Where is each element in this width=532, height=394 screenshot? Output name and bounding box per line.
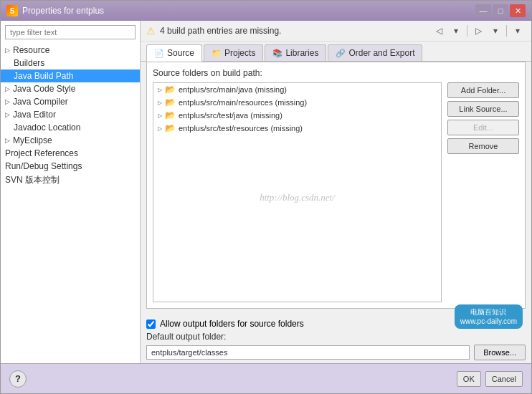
- watermark-badge: 电脑百知识 www.pc-daily.com: [455, 304, 523, 329]
- source-folders-label: Source folders on build path:: [153, 68, 519, 78]
- output-folder-label: Default output folder:: [146, 332, 226, 342]
- source-item-label: entplus/src/main/java (missing): [179, 85, 287, 94]
- filter-input[interactable]: [5, 25, 136, 39]
- sidebar-item-builders[interactable]: Builders: [1, 57, 140, 69]
- warning-bar: ⚠ 4 build path entries are missing.: [146, 25, 281, 37]
- expand-icon: ▷: [5, 137, 10, 144]
- bottom-bar: ? OK Cancel: [1, 363, 531, 393]
- sidebar-item-project-references[interactable]: Project References: [1, 147, 140, 160]
- badge-line1: 电脑百知识: [460, 307, 517, 317]
- tab-projects[interactable]: 📁 Projects: [204, 44, 263, 61]
- warning-message: 4 build path entries are missing.: [160, 26, 281, 36]
- source-tab-icon: 📄: [154, 49, 164, 58]
- watermark-text: http://blog.csdn.net/: [153, 192, 441, 203]
- tab-libraries-label: Libraries: [285, 48, 318, 58]
- nav-dropdown2-button[interactable]: ▾: [488, 24, 503, 38]
- folder-icon: 📂: [165, 85, 176, 95]
- expand-icon: ▷: [5, 111, 10, 118]
- libraries-tab-icon: 📚: [272, 49, 282, 58]
- expand-icon: ▷: [158, 125, 162, 132]
- main-content: ▷Resource Builders Java Build Path ▷Java…: [1, 21, 531, 363]
- tab-libraries[interactable]: 📚 Libraries: [265, 44, 326, 61]
- output-input-row: Browse...: [146, 345, 526, 360]
- close-button[interactable]: ✕: [510, 4, 526, 17]
- panel-content: Source folders on build path: ▷ 📂 entplu…: [146, 62, 526, 309]
- list-item[interactable]: ▷ 📂 entplus/src/main/java (missing): [153, 83, 441, 96]
- nav-separator: [467, 25, 467, 37]
- order-tab-icon: 🔗: [336, 49, 346, 58]
- right-panel-wrapper: ⚠ 4 build path entries are missing. ◁ ▾ …: [141, 21, 531, 363]
- properties-window: S Properties for entplus — □ ✕ ▷Resource…: [0, 0, 532, 394]
- sidebar-item-java-build-path[interactable]: Java Build Path: [1, 69, 140, 82]
- expand-icon: ▷: [5, 47, 10, 54]
- help-button[interactable]: ?: [9, 370, 27, 388]
- folder-icon: 📂: [165, 123, 176, 133]
- add-folder-button[interactable]: Add Folder...: [447, 82, 519, 98]
- sidebar-item-resource[interactable]: ▷Resource: [1, 44, 140, 57]
- nav-separator2: [506, 25, 507, 37]
- edit-button[interactable]: Edit...: [447, 120, 519, 135]
- source-item-label: entplus/src/main/resources (missing): [179, 98, 307, 107]
- sidebar-item-java-editor[interactable]: ▷Java Editor: [1, 108, 140, 121]
- remove-button[interactable]: Remove: [447, 138, 519, 154]
- tab-projects-label: Projects: [224, 48, 255, 58]
- nav-buttons: ◁ ▾ ▷ ▾ ▾: [431, 24, 526, 38]
- tab-source-label: Source: [167, 48, 194, 58]
- list-item[interactable]: ▷ 📂 entplus/src/test/java (missing): [153, 109, 441, 122]
- sidebar-tree: ▷Resource Builders Java Build Path ▷Java…: [1, 44, 140, 363]
- sidebar-item-run-debug[interactable]: Run/Debug Settings: [1, 160, 140, 173]
- badge-line2: www.pc-daily.com: [460, 317, 517, 326]
- side-buttons: Add Folder... Link Source... Edit... Rem…: [447, 82, 519, 302]
- allow-output-label: Allow output folders for source folders: [160, 319, 304, 329]
- title-bar-left: S Properties for entplus: [6, 5, 104, 16]
- window-title: Properties for entplus: [22, 6, 104, 16]
- title-bar-controls: — □ ✕: [475, 4, 526, 17]
- expand-icon: ▷: [158, 112, 162, 119]
- tab-order-label: Order and Export: [348, 48, 414, 58]
- cancel-button[interactable]: Cancel: [485, 371, 523, 387]
- sidebar-item-java-compiler[interactable]: ▷Java Compiler: [1, 95, 140, 108]
- expand-icon: ▷: [158, 100, 162, 106]
- warning-icon: ⚠: [146, 25, 156, 37]
- minimize-button[interactable]: —: [475, 4, 491, 17]
- folder-icon: 📂: [165, 97, 176, 107]
- expand-icon: ▷: [5, 98, 10, 105]
- nav-dropdown-button[interactable]: ▾: [448, 24, 464, 38]
- sidebar-item-myeclipse[interactable]: ▷MyEclipse: [1, 134, 140, 147]
- tab-bar: 📄 Source 📁 Projects 📚 Libraries 🔗 Order …: [141, 42, 531, 62]
- allow-output-checkbox[interactable]: [146, 319, 156, 329]
- browse-button[interactable]: Browse...: [474, 345, 526, 360]
- tab-order-export[interactable]: 🔗 Order and Export: [328, 44, 422, 61]
- app-icon: S: [6, 5, 18, 16]
- output-row: Default output folder:: [146, 332, 526, 342]
- nav-menu-button[interactable]: ▾: [510, 24, 526, 38]
- ok-button[interactable]: OK: [457, 371, 481, 387]
- maximize-button[interactable]: □: [493, 4, 508, 17]
- projects-tab-icon: 📁: [212, 49, 222, 58]
- sidebar-item-java-code-style[interactable]: ▷Java Code Style: [1, 82, 140, 95]
- title-bar: S Properties for entplus — □ ✕: [1, 1, 531, 21]
- expand-icon: ▷: [5, 85, 10, 92]
- folder-icon: 📂: [165, 110, 176, 120]
- source-item-label: entplus/src/test/java (missing): [179, 111, 282, 120]
- output-folder-input[interactable]: [146, 345, 470, 360]
- tab-source[interactable]: 📄 Source: [146, 44, 202, 62]
- source-list[interactable]: ▷ 📂 entplus/src/main/java (missing) ▷ 📂 …: [153, 82, 442, 302]
- expand-icon: ▷: [158, 87, 162, 93]
- nav-forward-button[interactable]: ▷: [470, 24, 486, 38]
- source-list-area: ▷ 📂 entplus/src/main/java (missing) ▷ 📂 …: [153, 82, 519, 302]
- sidebar-item-javadoc[interactable]: Javadoc Location: [1, 121, 140, 134]
- sidebar: ▷Resource Builders Java Build Path ▷Java…: [1, 21, 141, 363]
- sidebar-item-svn[interactable]: SVN 版本控制: [1, 173, 140, 188]
- link-source-button[interactable]: Link Source...: [447, 101, 519, 117]
- list-item[interactable]: ▷ 📂 entplus/src/test/resources (missing): [153, 122, 441, 135]
- top-toolbar: ⚠ 4 build path entries are missing. ◁ ▾ …: [141, 21, 531, 42]
- bottom-right-buttons: OK Cancel: [457, 371, 523, 387]
- source-item-label: entplus/src/test/resources (missing): [179, 124, 303, 133]
- nav-back-button[interactable]: ◁: [431, 24, 447, 38]
- list-item[interactable]: ▷ 📂 entplus/src/main/resources (missing): [153, 96, 441, 109]
